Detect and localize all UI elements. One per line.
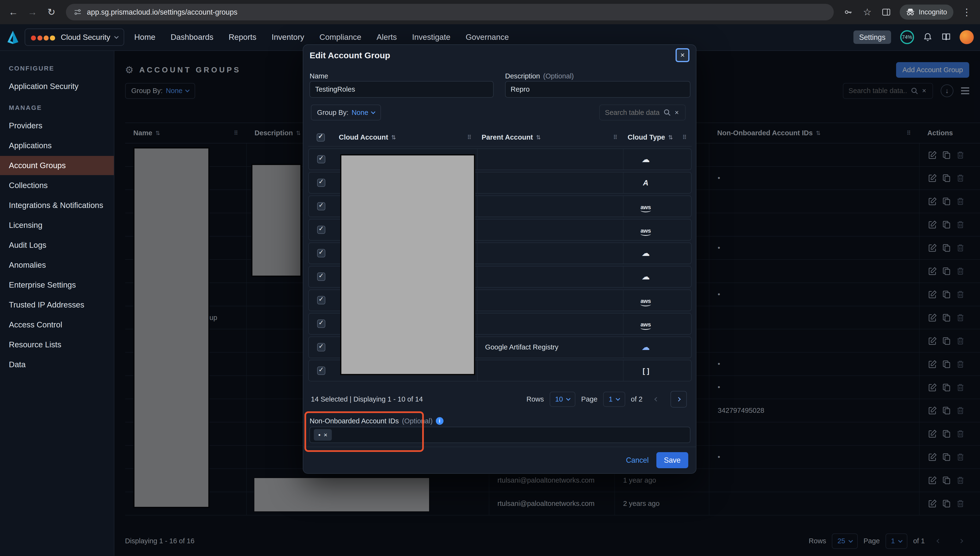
row-checkbox[interactable]	[317, 296, 325, 304]
bookmark-star-icon[interactable]: ☆	[859, 4, 875, 20]
sidebar-item[interactable]: Trusted IP Addresses	[0, 295, 114, 314]
select-all-checkbox[interactable]	[317, 133, 325, 142]
sidebar-item[interactable]: Audit Logs	[0, 236, 114, 255]
settings-button[interactable]: Settings	[853, 31, 891, 44]
cell-cloud-type	[623, 196, 691, 217]
cell-cloud-type	[623, 243, 691, 263]
sidebar-item[interactable]: Anomalies	[0, 255, 114, 275]
description-label: Description(Optional)	[505, 72, 574, 80]
chip-remove-icon[interactable]: ×	[324, 431, 327, 439]
sort-icon[interactable]: ⇅	[536, 134, 541, 141]
sidebar-item[interactable]: CONFIGURE	[0, 57, 114, 76]
site-info-icon[interactable]	[74, 8, 82, 16]
nav-item[interactable]: Dashboards	[171, 32, 213, 42]
browser-menu-icon[interactable]: ⋮	[958, 4, 975, 20]
sidebar-item[interactable]: Providers	[0, 116, 114, 135]
passwords-key-icon[interactable]	[840, 4, 856, 20]
cell-cloud-type	[623, 220, 691, 240]
non-onboarded-input[interactable]: • ×	[309, 427, 690, 443]
row-checkbox[interactable]	[317, 179, 325, 187]
modal-table-footer: 14 Selected | Displaying 1 - 10 of 14 Ro…	[311, 389, 687, 409]
module-dots-icon	[31, 31, 56, 43]
drag-handle-icon[interactable]: ⠿	[682, 134, 687, 141]
sidebar-item[interactable]: Enterprise Settings	[0, 275, 114, 294]
cell-cloud-type	[623, 290, 691, 310]
cell-cloud-type	[623, 173, 691, 193]
sidebar-item[interactable]: Applications	[0, 136, 114, 155]
row-checkbox[interactable]	[317, 249, 325, 257]
close-button[interactable]: ×	[675, 48, 690, 62]
sidebar-item[interactable]: Account Groups	[0, 156, 114, 175]
column-header-cloud-type[interactable]: Cloud Type⇅⠿	[622, 129, 692, 146]
sidebar-item[interactable]: Resource Lists	[0, 335, 114, 354]
chevron-down-icon	[616, 396, 621, 401]
drag-handle-icon[interactable]: ⠿	[467, 134, 471, 141]
sidebar-item[interactable]: MANAGE	[0, 97, 114, 116]
row-checkbox[interactable]	[317, 273, 325, 281]
top-nav: Home Dashboards Reports Inventory Compli…	[134, 32, 509, 42]
prisma-logo	[6, 30, 20, 45]
cell-parent-account	[477, 360, 623, 381]
reload-button[interactable]: ↻	[43, 4, 60, 20]
rows-per-page-select[interactable]: 10	[550, 392, 575, 407]
docs-book-icon[interactable]	[941, 32, 951, 42]
side-panel-icon[interactable]	[878, 4, 895, 20]
selection-summary: 14 Selected | Displaying 1 - 10 of 14	[311, 395, 423, 403]
cancel-button[interactable]: Cancel	[626, 456, 649, 464]
clear-search-icon[interactable]: ×	[675, 109, 679, 116]
modal-group-by-control[interactable]: Group By: None	[311, 105, 381, 120]
nav-item[interactable]: Inventory	[272, 32, 304, 42]
modal-table-search[interactable]: ×	[599, 105, 686, 120]
cell-cloud-type	[623, 360, 691, 381]
nav-item[interactable]: Compliance	[319, 32, 361, 42]
sort-icon[interactable]: ⇅	[668, 134, 673, 141]
cell-parent-account	[477, 314, 623, 334]
cell-parent-account	[477, 149, 623, 170]
forward-button[interactable]: →	[24, 4, 41, 20]
sidebar-item[interactable]: Application Security	[0, 77, 114, 96]
cell-parent-account	[477, 173, 623, 193]
row-checkbox[interactable]	[317, 155, 325, 163]
sidebar-item[interactable]: Licensing	[0, 216, 114, 235]
column-header-cloud-account[interactable]: Cloud Account⇅⠿	[334, 129, 477, 146]
cell-parent-account	[477, 267, 623, 287]
url-bar[interactable]: app.sg.prismacloud.io/settings/account-g…	[66, 4, 833, 20]
nav-item[interactable]: Reports	[229, 32, 256, 42]
next-page-button[interactable]	[671, 391, 687, 407]
description-input[interactable]	[505, 81, 690, 98]
save-button[interactable]: Save	[656, 452, 688, 468]
nav-item[interactable]: Alerts	[377, 32, 397, 42]
back-button[interactable]: ←	[5, 4, 22, 20]
row-checkbox[interactable]	[317, 226, 325, 234]
avatar[interactable]	[960, 30, 974, 44]
drag-handle-icon[interactable]: ⠿	[613, 134, 617, 141]
modal-search-input[interactable]	[605, 109, 659, 116]
nav-item[interactable]: Home	[134, 32, 155, 42]
notifications-bell-icon[interactable]	[923, 32, 933, 42]
column-header-parent-account[interactable]: Parent Account⇅⠿	[477, 129, 622, 146]
cloud-type-icon	[640, 296, 651, 304]
modal-title: Edit Account Group	[309, 51, 390, 60]
row-checkbox[interactable]	[317, 320, 325, 328]
module-selector[interactable]: Cloud Security	[25, 29, 124, 45]
sidebar-item[interactable]: Access Control	[0, 315, 114, 335]
nav-item[interactable]: Investigate	[412, 32, 450, 42]
row-checkbox[interactable]	[317, 343, 325, 351]
cell-cloud-type	[623, 267, 691, 287]
sidebar-item[interactable]: Data	[0, 355, 114, 374]
optional-label: (Optional)	[402, 417, 433, 425]
sort-icon[interactable]: ⇅	[391, 134, 396, 141]
search-icon[interactable]	[663, 109, 671, 116]
cell-cloud-type	[623, 337, 691, 358]
nav-item[interactable]: Governance	[466, 32, 509, 42]
prev-page-button[interactable]	[648, 391, 665, 407]
sidebar-item[interactable]: Integrations & Notifications	[0, 196, 114, 215]
row-checkbox[interactable]	[317, 202, 325, 210]
usage-badge[interactable]: 74%	[900, 30, 914, 44]
sidebar-item[interactable]: Collections	[0, 176, 114, 195]
page-select[interactable]: 1	[603, 392, 625, 407]
name-input[interactable]	[309, 81, 493, 98]
cell-parent-account	[477, 290, 623, 310]
row-checkbox[interactable]	[317, 367, 325, 375]
info-icon[interactable]: i	[436, 417, 443, 425]
